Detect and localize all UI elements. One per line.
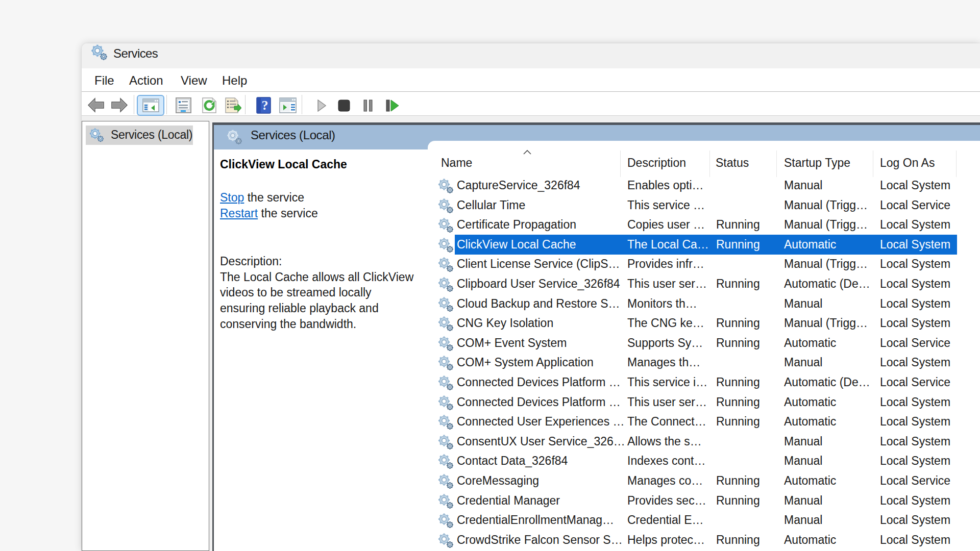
svg-text:?: ? [262, 98, 268, 113]
